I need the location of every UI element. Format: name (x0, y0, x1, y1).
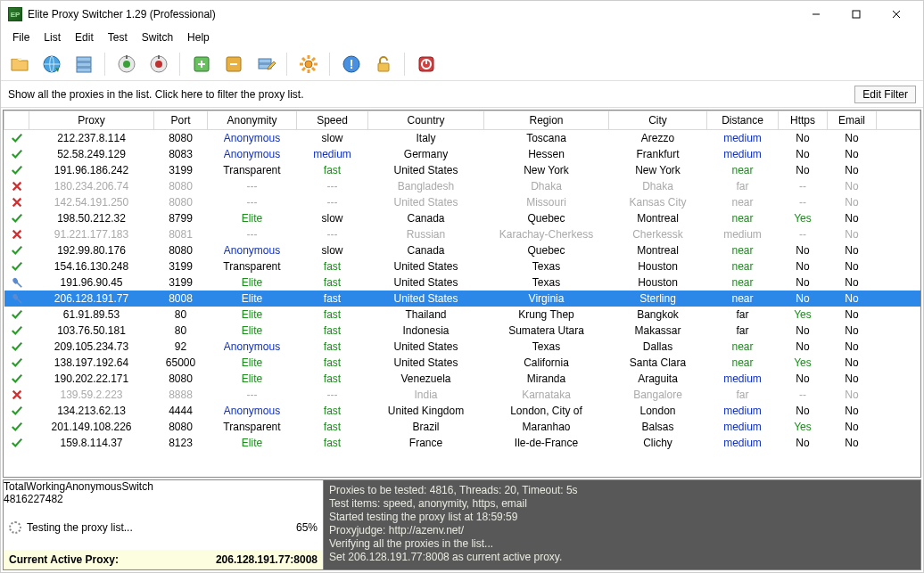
info-icon[interactable]: ! (338, 51, 365, 78)
dist-cell: near (707, 274, 779, 291)
table-row[interactable]: 201.149.108.2268080TransparentfastBrazil… (4, 419, 920, 435)
proxy-cell: 61.91.89.53 (29, 307, 154, 323)
filter-text[interactable]: Show all the proxies in the list. Click … (8, 88, 847, 101)
col-port[interactable]: Port (154, 111, 208, 130)
globe-refresh-icon[interactable] (38, 51, 65, 78)
table-row[interactable]: 154.16.130.2483199TransparentfastUnited … (4, 258, 920, 274)
power-icon[interactable] (413, 51, 440, 78)
https-cell: No (779, 130, 828, 146)
anon-cell: Transparent (208, 162, 297, 178)
menu-test[interactable]: Test (102, 29, 134, 45)
https-cell: No (779, 162, 828, 178)
pad-cell (877, 130, 920, 146)
table-row[interactable]: 180.234.206.748080------BangladeshDhakaD… (4, 178, 920, 194)
email-cell: No (828, 130, 877, 146)
table-row[interactable]: 191.96.186.2423199TransparentfastUnited … (4, 162, 920, 178)
port-cell: 8008 (154, 291, 208, 307)
add-icon[interactable] (188, 51, 215, 78)
col-email[interactable]: Email (828, 111, 877, 130)
table-row[interactable]: 212.237.8.1148080AnonymousslowItalyTosca… (4, 130, 920, 146)
table-row[interactable]: 191.96.90.453199ElitefastUnited StatesTe… (4, 274, 920, 291)
table-row[interactable]: 134.213.62.134444AnonymousfastUnited Kin… (4, 403, 920, 419)
server-edit-icon[interactable] (252, 51, 279, 78)
log-panel[interactable]: Proxies to be tested: 4816, Threads: 20,… (324, 480, 921, 570)
https-cell: No (779, 258, 828, 274)
col-proxy[interactable]: Proxy (29, 111, 154, 130)
menu-list[interactable]: List (37, 29, 67, 45)
settings-icon[interactable] (295, 51, 322, 78)
menu-file[interactable]: File (6, 29, 36, 45)
table-row[interactable]: 52.58.249.1298083AnonymousmediumGermanyH… (4, 146, 920, 162)
minimize-button[interactable] (796, 2, 836, 27)
close-button[interactable] (876, 2, 916, 27)
proxy-cell: 201.149.108.226 (29, 419, 154, 435)
open-file-icon[interactable] (6, 51, 33, 78)
table-row[interactable]: 206.128.191.778008ElitefastUnited States… (4, 291, 920, 307)
proxy-cell: 212.237.8.114 (29, 130, 154, 146)
table-row[interactable]: 139.59.2.2238888------IndiaKarnatakaBang… (4, 387, 920, 403)
col-speed[interactable]: Speed (297, 111, 368, 130)
pad-cell (877, 339, 920, 355)
region-cell: Texas (484, 274, 609, 291)
svg-rect-29 (378, 63, 389, 71)
col-city[interactable]: City (609, 111, 707, 130)
table-row[interactable]: 91.221.177.1838081------RussianKarachay-… (4, 226, 920, 242)
speed-cell: --- (297, 178, 368, 194)
city-cell: Frankfurt (609, 146, 707, 162)
table-row[interactable]: 103.76.50.18180ElitefastIndonesiaSumater… (4, 323, 920, 339)
col-status[interactable] (877, 111, 920, 130)
region-cell: Quebec (484, 210, 609, 226)
table-row[interactable]: 61.91.89.5380ElitefastThailandKrung Thep… (4, 307, 920, 323)
pad-cell (877, 274, 920, 291)
region-cell: Quebec (484, 242, 609, 258)
col-country[interactable]: Country (368, 111, 484, 130)
region-cell: Miranda (484, 371, 609, 387)
city-cell: Montreal (609, 242, 707, 258)
city-cell: Balsas (609, 419, 707, 435)
test-stop-icon[interactable] (145, 51, 172, 78)
https-cell: Yes (779, 210, 828, 226)
table-row[interactable]: 138.197.192.6465000ElitefastUnited State… (4, 355, 920, 371)
region-cell: Texas (484, 258, 609, 274)
dist-cell: near (707, 339, 779, 355)
speed-cell: fast (297, 419, 368, 435)
status-cell (4, 371, 29, 387)
maximize-button[interactable] (836, 2, 876, 27)
dist-cell: medium (707, 146, 779, 162)
col-https[interactable]: Https (779, 111, 828, 130)
test-start-icon[interactable] (113, 51, 140, 78)
table-row[interactable]: 159.8.114.378123ElitefastFranceIle-de-Fr… (4, 435, 920, 451)
log-line: Test items: speed, anonymity, https, ema… (329, 497, 915, 511)
table-row[interactable]: 209.105.234.7392AnonymousfastUnited Stat… (4, 339, 920, 355)
col-status[interactable] (4, 111, 29, 130)
menu-edit[interactable]: Edit (69, 29, 100, 45)
port-cell: 3199 (154, 274, 208, 291)
server-list-icon[interactable] (70, 51, 97, 78)
log-line: Set 206.128.191.77:8008 as current activ… (329, 551, 915, 564)
table-row[interactable]: 190.202.22.1718080ElitefastVenezuelaMira… (4, 371, 920, 387)
col-anonymity[interactable]: Anonymity (208, 111, 297, 130)
menu-help[interactable]: Help (181, 29, 216, 45)
proxy-table-wrap[interactable]: ProxyPortAnonymitySpeedCountryRegionCity… (3, 110, 921, 478)
anon-cell: Anonymous (208, 146, 297, 162)
remove-icon[interactable] (220, 51, 247, 78)
menu-switch[interactable]: Switch (136, 29, 179, 45)
status-cell (4, 323, 29, 339)
pad-cell (877, 355, 920, 371)
port-cell: 92 (154, 339, 208, 355)
unlock-icon[interactable] (370, 51, 397, 78)
city-cell: Bangalore (609, 387, 707, 403)
edit-filter-button[interactable]: Edit Filter (854, 86, 916, 103)
status-cell (4, 146, 29, 162)
col-distance[interactable]: Distance (707, 111, 779, 130)
speed-cell: fast (297, 355, 368, 371)
svg-line-34 (17, 282, 21, 287)
status-cell (4, 258, 29, 274)
pad-cell (877, 403, 920, 419)
table-row[interactable]: 198.50.212.328799EliteslowCanadaQuebecMo… (4, 210, 920, 226)
anon-cell: Elite (208, 435, 297, 451)
col-region[interactable]: Region (484, 111, 609, 130)
table-row[interactable]: 142.54.191.2508080------United StatesMis… (4, 194, 920, 210)
table-row[interactable]: 192.99.80.1768080AnonymousslowCanadaQueb… (4, 242, 920, 258)
status-cell (4, 162, 29, 178)
